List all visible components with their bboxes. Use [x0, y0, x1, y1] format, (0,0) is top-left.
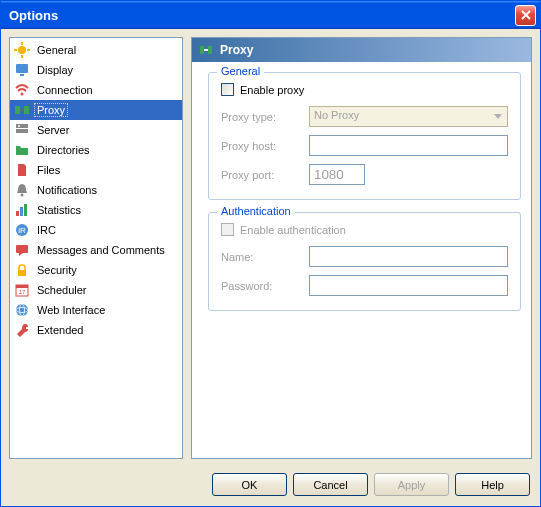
proxy-port-label: Proxy port:	[221, 169, 309, 181]
wifi-icon	[14, 82, 30, 98]
globe-icon	[14, 302, 30, 318]
svg-text:17: 17	[19, 289, 26, 295]
svg-rect-9	[24, 106, 29, 114]
svg-rect-23	[16, 285, 28, 288]
sidebar-item-proxy[interactable]: Proxy	[10, 100, 182, 120]
panel-body: General Enable proxy Proxy type: No Prox…	[192, 62, 531, 458]
options-window: Options GeneralDisplayConnectionProxySer…	[0, 0, 541, 507]
enable-auth-row: Enable authentication	[221, 223, 508, 236]
svg-rect-15	[16, 211, 19, 216]
lock-icon	[14, 262, 30, 278]
svg-rect-20	[16, 245, 28, 253]
svg-point-13	[18, 125, 20, 127]
panel-title: Proxy	[220, 43, 253, 57]
footer-buttons: OK Cancel Apply Help	[1, 467, 540, 506]
sidebar-item-web-interface[interactable]: Web Interface	[10, 300, 182, 320]
sidebar-item-general[interactable]: General	[10, 40, 182, 60]
sidebar-item-label: Security	[34, 263, 80, 277]
proxy-host-input[interactable]	[309, 135, 508, 156]
main-panel: Proxy General Enable proxy Proxy type: N…	[191, 37, 532, 459]
wrench-icon	[14, 322, 30, 338]
auth-password-label: Password:	[221, 280, 309, 292]
proxy-type-select[interactable]: No Proxy	[309, 106, 508, 127]
auth-name-label: Name:	[221, 251, 309, 263]
auth-fieldset: Authentication Enable authentication Nam…	[208, 212, 521, 311]
svg-rect-17	[24, 204, 27, 216]
auth-legend: Authentication	[217, 205, 295, 217]
file-icon	[14, 162, 30, 178]
panel-header: Proxy	[192, 38, 531, 62]
sidebar-item-label: Extended	[34, 323, 86, 337]
svg-point-7	[21, 93, 24, 96]
svg-point-25	[16, 304, 28, 316]
enable-proxy-checkbox[interactable]	[221, 83, 234, 96]
ok-button[interactable]: OK	[212, 473, 287, 496]
sidebar-item-directories[interactable]: Directories	[10, 140, 182, 160]
general-legend: General	[217, 65, 264, 77]
sidebar-item-label: Files	[34, 163, 63, 177]
enable-proxy-label[interactable]: Enable proxy	[240, 84, 304, 96]
help-button[interactable]: Help	[455, 473, 530, 496]
svg-point-14	[21, 194, 24, 197]
sidebar-item-connection[interactable]: Connection	[10, 80, 182, 100]
titlebar: Options	[1, 1, 540, 29]
proxy-host-label: Proxy host:	[221, 140, 309, 152]
monitor-icon	[14, 62, 30, 78]
svg-rect-12	[16, 129, 28, 133]
chart-icon	[14, 202, 30, 218]
sidebar-item-messages-and-comments[interactable]: Messages and Comments	[10, 240, 182, 260]
folder-icon	[14, 142, 30, 158]
cancel-button[interactable]: Cancel	[293, 473, 368, 496]
sidebar-item-label: Notifications	[34, 183, 100, 197]
proxy-type-label: Proxy type:	[221, 111, 309, 123]
sidebar-item-statistics[interactable]: Statistics	[10, 200, 182, 220]
proxy-type-value: No Proxy	[314, 109, 359, 121]
svg-rect-16	[20, 207, 23, 216]
svg-rect-21	[18, 270, 26, 276]
sidebar-item-label: Web Interface	[34, 303, 108, 317]
enable-auth-checkbox[interactable]	[221, 223, 234, 236]
enable-auth-label: Enable authentication	[240, 224, 346, 236]
svg-rect-28	[200, 46, 204, 54]
sidebar-item-label: IRC	[34, 223, 59, 237]
sidebar-item-scheduler[interactable]: 17Scheduler	[10, 280, 182, 300]
proxy-icon	[198, 42, 214, 58]
close-icon	[521, 10, 531, 20]
irc-icon: iR	[14, 222, 30, 238]
sidebar-item-label: Proxy	[34, 103, 68, 117]
sidebar-item-security[interactable]: Security	[10, 260, 182, 280]
proxy-port-input[interactable]	[309, 164, 365, 185]
sidebar-item-label: Display	[34, 63, 76, 77]
sidebar-item-label: Messages and Comments	[34, 243, 168, 257]
sidebar-item-server[interactable]: Server	[10, 120, 182, 140]
category-sidebar[interactable]: GeneralDisplayConnectionProxyServerDirec…	[9, 37, 183, 459]
svg-text:iR: iR	[18, 226, 26, 235]
gear-icon	[14, 42, 30, 58]
chevron-down-icon	[490, 109, 505, 124]
auth-name-input[interactable]	[309, 246, 508, 267]
auth-password-input[interactable]	[309, 275, 508, 296]
proxy-icon	[14, 102, 30, 118]
bell-icon	[14, 182, 30, 198]
server-icon	[14, 122, 30, 138]
svg-rect-11	[16, 124, 28, 128]
sidebar-item-label: Connection	[34, 83, 96, 97]
sidebar-item-label: Statistics	[34, 203, 84, 217]
svg-rect-5	[16, 64, 28, 73]
sidebar-item-extended[interactable]: Extended	[10, 320, 182, 340]
svg-rect-29	[208, 46, 212, 54]
sidebar-item-files[interactable]: Files	[10, 160, 182, 180]
window-title: Options	[9, 8, 515, 23]
sidebar-item-irc[interactable]: iRIRC	[10, 220, 182, 240]
svg-rect-6	[20, 74, 24, 76]
close-button[interactable]	[515, 5, 536, 26]
sidebar-item-notifications[interactable]: Notifications	[10, 180, 182, 200]
content-area: GeneralDisplayConnectionProxyServerDirec…	[1, 29, 540, 467]
calendar-icon: 17	[14, 282, 30, 298]
sidebar-item-label: General	[34, 43, 79, 57]
message-icon	[14, 242, 30, 258]
sidebar-item-display[interactable]: Display	[10, 60, 182, 80]
sidebar-item-label: Server	[34, 123, 72, 137]
apply-button[interactable]: Apply	[374, 473, 449, 496]
sidebar-item-label: Directories	[34, 143, 93, 157]
